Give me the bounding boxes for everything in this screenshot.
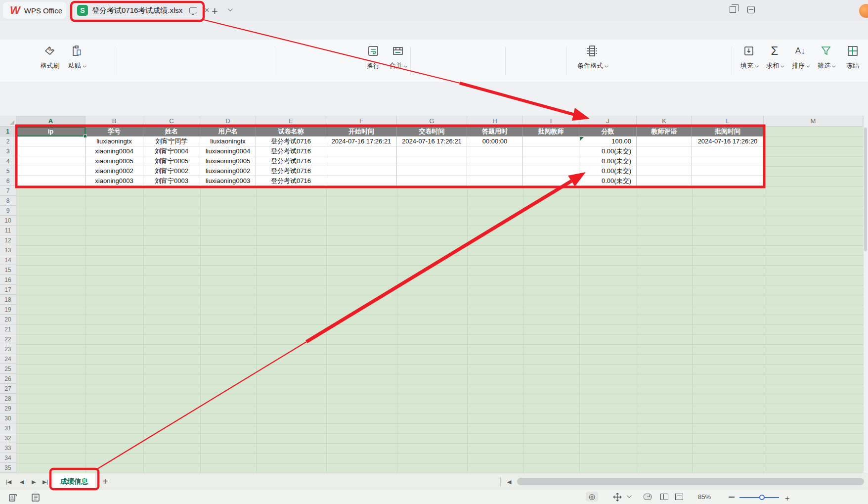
cell-L2[interactable]: 2024-07-16 17:26:20	[692, 137, 764, 146]
row-header-7[interactable]: 7	[0, 186, 16, 196]
freeze-button[interactable]: 冻结	[840, 44, 865, 70]
row-header-30[interactable]: 30	[0, 413, 16, 423]
row-header-18[interactable]: 18	[0, 295, 16, 305]
cell-J6[interactable]: 0.00(未交)	[579, 176, 637, 186]
cell-B3[interactable]: xiaoning0004	[86, 146, 143, 156]
outline-icon[interactable]	[31, 493, 41, 503]
row-header-27[interactable]: 27	[0, 384, 16, 394]
pan-mode-icon[interactable]	[613, 493, 622, 502]
row-header-33[interactable]: 33	[0, 443, 16, 453]
select-all-corner[interactable]	[0, 116, 16, 127]
normal-view-icon[interactable]	[644, 494, 651, 500]
cell-G5[interactable]	[397, 166, 467, 176]
header-cell-E1[interactable]: 试卷名称	[256, 127, 326, 137]
cell-H5[interactable]	[467, 166, 523, 176]
page-break-view-icon[interactable]	[675, 494, 683, 500]
zoom-slider-thumb[interactable]	[759, 495, 765, 500]
cell-J4[interactable]: 0.00(未交)	[579, 156, 637, 166]
column-header-D[interactable]: D	[200, 116, 256, 127]
cell-J5[interactable]: 0.00(未交)	[579, 166, 637, 176]
cell-B6[interactable]: xiaoning0003	[86, 176, 143, 186]
cell-F6[interactable]	[326, 176, 397, 186]
zoom-level[interactable]: 85%	[698, 493, 711, 501]
row-header-29[interactable]: 29	[0, 404, 16, 413]
next-sheet-icon[interactable]: ▶	[32, 479, 36, 485]
cell-A4[interactable]	[16, 156, 86, 166]
cell-I5[interactable]	[523, 166, 579, 176]
row-header-2[interactable]: 2	[0, 137, 16, 146]
row-header-25[interactable]: 25	[0, 364, 16, 374]
cell-A2[interactable]	[16, 137, 86, 146]
row-header-4[interactable]: 4	[0, 156, 16, 166]
sort-button[interactable]: A↓ 排序	[788, 44, 813, 70]
row-header-32[interactable]: 32	[0, 433, 16, 443]
row-header-12[interactable]: 12	[0, 235, 16, 245]
first-sheet-icon[interactable]: |◀	[6, 479, 11, 485]
merge-cells-button[interactable]: 合并	[384, 44, 412, 70]
column-header-E[interactable]: E	[256, 116, 326, 127]
row-header-22[interactable]: 22	[0, 334, 16, 344]
cell-E3[interactable]: 登分考试0716	[256, 146, 326, 156]
cell-J2[interactable]: 100.00	[579, 137, 637, 146]
row-header-20[interactable]: 20	[0, 315, 16, 324]
prev-sheet-icon[interactable]: ◀	[20, 479, 24, 485]
cell-E5[interactable]: 登分考试0716	[256, 166, 326, 176]
cell-E6[interactable]: 登分考试0716	[256, 176, 326, 186]
paste-button[interactable]: 粘贴	[62, 44, 91, 70]
zoom-out-button[interactable]	[729, 497, 735, 498]
row-header-11[interactable]: 11	[0, 226, 16, 235]
header-cell-C1[interactable]: 姓名	[143, 127, 200, 137]
last-sheet-icon[interactable]: ▶|	[43, 479, 48, 485]
cell-I2[interactable]	[523, 137, 579, 146]
cell-I3[interactable]	[523, 146, 579, 156]
row-header-26[interactable]: 26	[0, 374, 16, 384]
reading-mode-eye-icon[interactable]: ◎	[586, 492, 598, 502]
cell-K3[interactable]	[637, 146, 692, 156]
cell-C4[interactable]: 刘宵宁0005	[143, 156, 200, 166]
header-cell-D1[interactable]: 用户名	[200, 127, 256, 137]
cell-G3[interactable]	[397, 146, 467, 156]
row-header-28[interactable]: 28	[0, 394, 16, 404]
format-painter-button[interactable]: 格式刷	[36, 44, 64, 70]
column-header-B[interactable]: B	[86, 116, 143, 127]
header-cell-L1[interactable]: 批阅时间	[692, 127, 764, 137]
row-header-19[interactable]: 19	[0, 305, 16, 315]
cell-L3[interactable]	[692, 146, 764, 156]
pan-mode-chevron-icon[interactable]	[627, 493, 632, 498]
row-header-31[interactable]: 31	[0, 423, 16, 433]
cell-A5[interactable]	[16, 166, 86, 176]
row-header-16[interactable]: 16	[0, 275, 16, 285]
workspace-icon[interactable]	[747, 6, 755, 13]
cell-I6[interactable]	[523, 176, 579, 186]
cell-L6[interactable]	[692, 176, 764, 186]
column-header-C[interactable]: C	[143, 116, 200, 127]
sheet-tab-active[interactable]: 成绩信息	[53, 473, 95, 490]
cell-F5[interactable]	[326, 166, 397, 176]
cell-K5[interactable]	[637, 166, 692, 176]
cell-B5[interactable]: xiaoning0002	[86, 166, 143, 176]
cell-D3[interactable]: liuxiaoning0004	[200, 146, 256, 156]
row-header-5[interactable]: 5	[0, 166, 16, 176]
cell-H6[interactable]	[467, 176, 523, 186]
cell-B4[interactable]: xiaoning0005	[86, 156, 143, 166]
sum-button[interactable]: Σ 求和	[762, 44, 787, 70]
page-layout-view-icon[interactable]	[660, 494, 668, 500]
cell-C5[interactable]: 刘宵宁0002	[143, 166, 200, 176]
cell-H2[interactable]: 00:00:00	[467, 137, 523, 146]
cell-G4[interactable]	[397, 156, 467, 166]
cell-I4[interactable]	[523, 156, 579, 166]
new-tab-button[interactable]: +	[212, 5, 218, 18]
cell-C6[interactable]: 刘宵宁0003	[143, 176, 200, 186]
row-header-3[interactable]: 3	[0, 146, 16, 156]
column-header-H[interactable]: H	[467, 116, 523, 127]
cell-K6[interactable]	[637, 176, 692, 186]
filter-button[interactable]: 筛选	[814, 44, 838, 70]
cell-K4[interactable]	[637, 156, 692, 166]
fill-button[interactable]: 填充	[737, 44, 761, 70]
cell-J3[interactable]: 0.00(未交)	[579, 146, 637, 156]
row-header-6[interactable]: 6	[0, 176, 16, 186]
cell-B2[interactable]: liuxiaoningtx	[86, 137, 143, 146]
cell-A6[interactable]	[16, 176, 86, 186]
row-header-9[interactable]: 9	[0, 206, 16, 216]
cell-A3[interactable]	[16, 146, 86, 156]
